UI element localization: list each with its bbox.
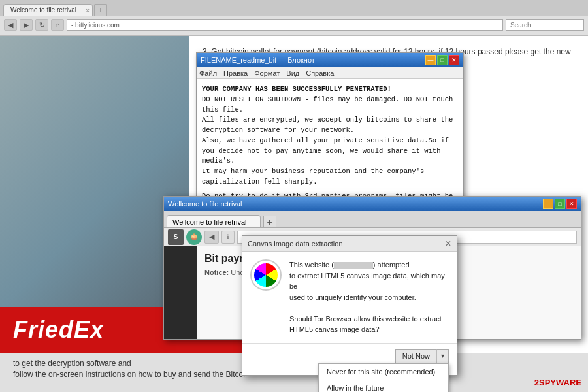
- address-row: ◀ ▶ ↻ ⌂: [0, 16, 588, 34]
- dropdown-arrow-button[interactable]: ▾: [436, 349, 449, 363]
- canvas-popup-title: Canvas image data extraction: [248, 240, 343, 248]
- onion-icon[interactable]: 🧅: [186, 229, 202, 245]
- forward-button[interactable]: ▶: [20, 19, 33, 31]
- search-bar[interactable]: [506, 19, 584, 31]
- notepad-line5: It may harm your business reputation and…: [202, 167, 458, 188]
- fg-left-panel: [164, 246, 197, 339]
- spyware-badge: 2SPYWARE: [534, 377, 581, 389]
- canvas-msg-line3: used to uniquely identify your computer.: [289, 293, 416, 301]
- not-now-wrapper: Not Now ▾ Never for this site (recommend…: [395, 349, 449, 363]
- url-bar[interactable]: [67, 19, 503, 31]
- fg-tab-label: Wellcome to file retrival: [172, 218, 247, 226]
- notepad-title: FILENAME_readme_bit — Блокнот: [201, 56, 424, 64]
- fg-browser-titlebar: Wellcome to file retrival — □ ✕: [164, 197, 581, 211]
- tor-browser-icon[interactable]: S: [168, 229, 184, 245]
- canvas-popup-footer: Not Now ▾ Never for this site (recommend…: [242, 343, 457, 368]
- tab-label: Welcome to file retrival: [10, 7, 76, 14]
- dropdown-item-never[interactable]: Never for this site (recommended): [319, 364, 448, 380]
- notepad-minimize-button[interactable]: —: [425, 55, 436, 65]
- notepad-maximize-button[interactable]: □: [437, 55, 448, 65]
- canvas-msg-line2: to extract HTML5 canvas image data, whic…: [289, 272, 445, 291]
- canvas-msg-line1: This website (: [289, 261, 334, 269]
- fg-notice-label: Notice:: [204, 269, 229, 276]
- info-icon: ℹ: [221, 231, 235, 244]
- fg-browser-title: Wellcome to file retrival: [168, 200, 542, 208]
- brand-name: FriedEx: [13, 316, 104, 344]
- color-ring-graphic: [254, 263, 278, 287]
- canvas-warning-text: This website () attempted to extract HTM…: [289, 259, 449, 335]
- notepad-line3: All files are encrypted, we accept only …: [202, 115, 458, 136]
- browser-chrome: Welcome to file retrival × + ◀ ▶ ↻ ⌂: [0, 0, 588, 36]
- fg-browser-maximize-button[interactable]: □: [555, 199, 565, 209]
- tab-close-icon[interactable]: ×: [86, 7, 90, 14]
- canvas-popup-close-icon[interactable]: ✕: [445, 239, 451, 248]
- notepad-line4: Also, we have gathered all your private …: [202, 136, 458, 167]
- canvas-color-icon: [250, 259, 282, 291]
- fg-browser-tabbar: Wellcome to file retrival +: [164, 211, 581, 228]
- new-tab-button[interactable]: +: [94, 4, 107, 16]
- reload-button[interactable]: ↻: [35, 19, 48, 31]
- home-button[interactable]: ⌂: [51, 19, 64, 31]
- notepad-menu-edit[interactable]: Правка: [223, 69, 248, 77]
- notepad-menu-view[interactable]: Вид: [286, 69, 299, 77]
- fg-browser-minimize-button[interactable]: —: [543, 199, 553, 209]
- notepad-menu-help[interactable]: Справка: [306, 69, 334, 77]
- tab-row: Welcome to file retrival × +: [0, 0, 588, 16]
- canvas-question-line2: HTML5 canvas image data?: [289, 325, 380, 333]
- canvas-warning-popup: Canvas image data extraction ✕ This webs…: [242, 235, 457, 376]
- fg-add-tab-button[interactable]: +: [263, 216, 276, 227]
- not-now-dropdown-menu: Never for this site (recommended) Allow …: [318, 363, 449, 393]
- notepad-menu-format[interactable]: Формат: [254, 69, 280, 77]
- notepad-titlebar: FILENAME_readme_bit — Блокнот — □ ✕: [197, 53, 463, 67]
- notepad-menu-file[interactable]: Файл: [199, 69, 217, 77]
- fg-browser-close-button[interactable]: ✕: [566, 199, 577, 209]
- notepad-line2: DO NOT RESET OR SHUTDOWN - files may be …: [202, 95, 458, 116]
- back-button[interactable]: ◀: [4, 19, 17, 31]
- notepad-menubar: Файл Правка Формат Вид Справка: [197, 67, 463, 79]
- dropdown-item-allow[interactable]: Allow in the future: [319, 380, 448, 393]
- notepad-line1: YOUR COMPANY HAS BEEN SUCCESSFULLY PENET…: [202, 84, 458, 95]
- fg-browser-tab[interactable]: Wellcome to file retrival: [167, 215, 261, 227]
- browser-tab[interactable]: Welcome to file retrival ×: [3, 4, 93, 16]
- canvas-msg-attempted: ) attempted: [373, 261, 410, 269]
- canvas-popup-header: Canvas image data extraction ✕: [242, 236, 457, 252]
- canvas-question-line1: Should Tor Browser allow this website to…: [289, 315, 442, 323]
- back-nav-button[interactable]: ◀: [204, 231, 219, 244]
- not-now-button[interactable]: Not Now: [395, 349, 436, 363]
- notepad-close-button[interactable]: ✕: [449, 55, 459, 65]
- canvas-url-redacted: [334, 262, 373, 269]
- canvas-popup-body: This website () attempted to extract HTM…: [242, 252, 457, 343]
